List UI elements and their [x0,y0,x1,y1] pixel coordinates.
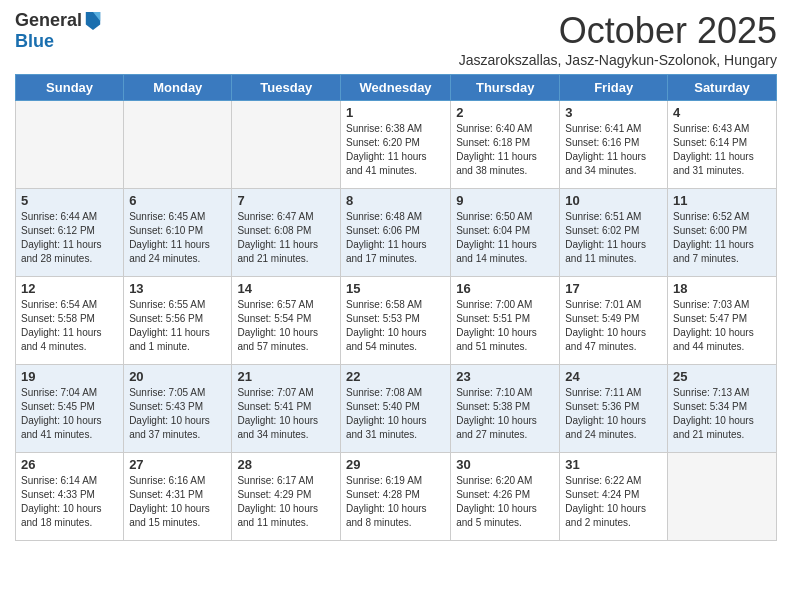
table-row: 14Sunrise: 6:57 AM Sunset: 5:54 PM Dayli… [232,277,341,365]
day-number: 30 [456,457,554,472]
day-number: 29 [346,457,445,472]
day-number: 16 [456,281,554,296]
day-info: Sunrise: 7:05 AM Sunset: 5:43 PM Dayligh… [129,386,226,442]
day-number: 25 [673,369,771,384]
page: General Blue October 2025 Jaszarokszalla… [0,0,792,612]
logo: General Blue [15,10,102,52]
day-number: 19 [21,369,118,384]
table-row: 30Sunrise: 6:20 AM Sunset: 4:26 PM Dayli… [451,453,560,541]
day-info: Sunrise: 6:57 AM Sunset: 5:54 PM Dayligh… [237,298,335,354]
table-row: 18Sunrise: 7:03 AM Sunset: 5:47 PM Dayli… [668,277,777,365]
day-info: Sunrise: 7:13 AM Sunset: 5:34 PM Dayligh… [673,386,771,442]
table-row: 21Sunrise: 7:07 AM Sunset: 5:41 PM Dayli… [232,365,341,453]
day-info: Sunrise: 7:07 AM Sunset: 5:41 PM Dayligh… [237,386,335,442]
day-number: 9 [456,193,554,208]
calendar-week-row: 19Sunrise: 7:04 AM Sunset: 5:45 PM Dayli… [16,365,777,453]
calendar-table: Sunday Monday Tuesday Wednesday Thursday… [15,74,777,541]
table-row: 10Sunrise: 6:51 AM Sunset: 6:02 PM Dayli… [560,189,668,277]
table-row: 1Sunrise: 6:38 AM Sunset: 6:20 PM Daylig… [340,101,450,189]
day-info: Sunrise: 6:50 AM Sunset: 6:04 PM Dayligh… [456,210,554,266]
table-row [668,453,777,541]
day-info: Sunrise: 7:04 AM Sunset: 5:45 PM Dayligh… [21,386,118,442]
logo-general-text: General [15,11,82,31]
day-number: 7 [237,193,335,208]
day-info: Sunrise: 6:47 AM Sunset: 6:08 PM Dayligh… [237,210,335,266]
day-number: 28 [237,457,335,472]
table-row: 31Sunrise: 6:22 AM Sunset: 4:24 PM Dayli… [560,453,668,541]
calendar-week-row: 1Sunrise: 6:38 AM Sunset: 6:20 PM Daylig… [16,101,777,189]
title-block: October 2025 Jaszarokszallas, Jasz-Nagyk… [459,10,777,68]
col-thursday: Thursday [451,75,560,101]
month-title: October 2025 [459,10,777,52]
table-row: 17Sunrise: 7:01 AM Sunset: 5:49 PM Dayli… [560,277,668,365]
day-number: 5 [21,193,118,208]
table-row: 5Sunrise: 6:44 AM Sunset: 6:12 PM Daylig… [16,189,124,277]
day-info: Sunrise: 6:22 AM Sunset: 4:24 PM Dayligh… [565,474,662,530]
day-info: Sunrise: 6:20 AM Sunset: 4:26 PM Dayligh… [456,474,554,530]
day-number: 10 [565,193,662,208]
day-info: Sunrise: 6:45 AM Sunset: 6:10 PM Dayligh… [129,210,226,266]
day-number: 4 [673,105,771,120]
day-number: 24 [565,369,662,384]
col-sunday: Sunday [16,75,124,101]
calendar-header-row: Sunday Monday Tuesday Wednesday Thursday… [16,75,777,101]
table-row [16,101,124,189]
day-info: Sunrise: 6:19 AM Sunset: 4:28 PM Dayligh… [346,474,445,530]
table-row: 22Sunrise: 7:08 AM Sunset: 5:40 PM Dayli… [340,365,450,453]
day-number: 11 [673,193,771,208]
day-info: Sunrise: 7:11 AM Sunset: 5:36 PM Dayligh… [565,386,662,442]
col-saturday: Saturday [668,75,777,101]
day-number: 3 [565,105,662,120]
day-number: 12 [21,281,118,296]
day-info: Sunrise: 6:16 AM Sunset: 4:31 PM Dayligh… [129,474,226,530]
day-info: Sunrise: 6:51 AM Sunset: 6:02 PM Dayligh… [565,210,662,266]
day-info: Sunrise: 6:38 AM Sunset: 6:20 PM Dayligh… [346,122,445,178]
day-info: Sunrise: 6:41 AM Sunset: 6:16 PM Dayligh… [565,122,662,178]
table-row: 13Sunrise: 6:55 AM Sunset: 5:56 PM Dayli… [124,277,232,365]
logo-icon [84,10,102,32]
day-number: 21 [237,369,335,384]
day-number: 15 [346,281,445,296]
table-row: 2Sunrise: 6:40 AM Sunset: 6:18 PM Daylig… [451,101,560,189]
table-row: 19Sunrise: 7:04 AM Sunset: 5:45 PM Dayli… [16,365,124,453]
calendar-week-row: 26Sunrise: 6:14 AM Sunset: 4:33 PM Dayli… [16,453,777,541]
table-row: 7Sunrise: 6:47 AM Sunset: 6:08 PM Daylig… [232,189,341,277]
table-row: 20Sunrise: 7:05 AM Sunset: 5:43 PM Dayli… [124,365,232,453]
table-row: 28Sunrise: 6:17 AM Sunset: 4:29 PM Dayli… [232,453,341,541]
calendar-week-row: 12Sunrise: 6:54 AM Sunset: 5:58 PM Dayli… [16,277,777,365]
day-number: 1 [346,105,445,120]
day-info: Sunrise: 7:03 AM Sunset: 5:47 PM Dayligh… [673,298,771,354]
day-info: Sunrise: 6:54 AM Sunset: 5:58 PM Dayligh… [21,298,118,354]
table-row: 26Sunrise: 6:14 AM Sunset: 4:33 PM Dayli… [16,453,124,541]
table-row: 4Sunrise: 6:43 AM Sunset: 6:14 PM Daylig… [668,101,777,189]
day-info: Sunrise: 6:52 AM Sunset: 6:00 PM Dayligh… [673,210,771,266]
table-row: 23Sunrise: 7:10 AM Sunset: 5:38 PM Dayli… [451,365,560,453]
table-row: 29Sunrise: 6:19 AM Sunset: 4:28 PM Dayli… [340,453,450,541]
table-row: 25Sunrise: 7:13 AM Sunset: 5:34 PM Dayli… [668,365,777,453]
table-row: 11Sunrise: 6:52 AM Sunset: 6:00 PM Dayli… [668,189,777,277]
table-row: 27Sunrise: 6:16 AM Sunset: 4:31 PM Dayli… [124,453,232,541]
day-number: 2 [456,105,554,120]
day-number: 22 [346,369,445,384]
day-info: Sunrise: 6:58 AM Sunset: 5:53 PM Dayligh… [346,298,445,354]
table-row: 9Sunrise: 6:50 AM Sunset: 6:04 PM Daylig… [451,189,560,277]
table-row: 15Sunrise: 6:58 AM Sunset: 5:53 PM Dayli… [340,277,450,365]
day-info: Sunrise: 6:44 AM Sunset: 6:12 PM Dayligh… [21,210,118,266]
day-info: Sunrise: 7:08 AM Sunset: 5:40 PM Dayligh… [346,386,445,442]
day-number: 6 [129,193,226,208]
day-number: 13 [129,281,226,296]
day-number: 20 [129,369,226,384]
day-info: Sunrise: 7:10 AM Sunset: 5:38 PM Dayligh… [456,386,554,442]
day-info: Sunrise: 7:00 AM Sunset: 5:51 PM Dayligh… [456,298,554,354]
header: General Blue October 2025 Jaszarokszalla… [15,10,777,68]
col-wednesday: Wednesday [340,75,450,101]
table-row: 24Sunrise: 7:11 AM Sunset: 5:36 PM Dayli… [560,365,668,453]
day-info: Sunrise: 6:17 AM Sunset: 4:29 PM Dayligh… [237,474,335,530]
day-info: Sunrise: 6:43 AM Sunset: 6:14 PM Dayligh… [673,122,771,178]
day-number: 18 [673,281,771,296]
day-number: 31 [565,457,662,472]
day-number: 26 [21,457,118,472]
logo-blue-text: Blue [15,31,54,51]
table-row: 8Sunrise: 6:48 AM Sunset: 6:06 PM Daylig… [340,189,450,277]
day-info: Sunrise: 6:48 AM Sunset: 6:06 PM Dayligh… [346,210,445,266]
